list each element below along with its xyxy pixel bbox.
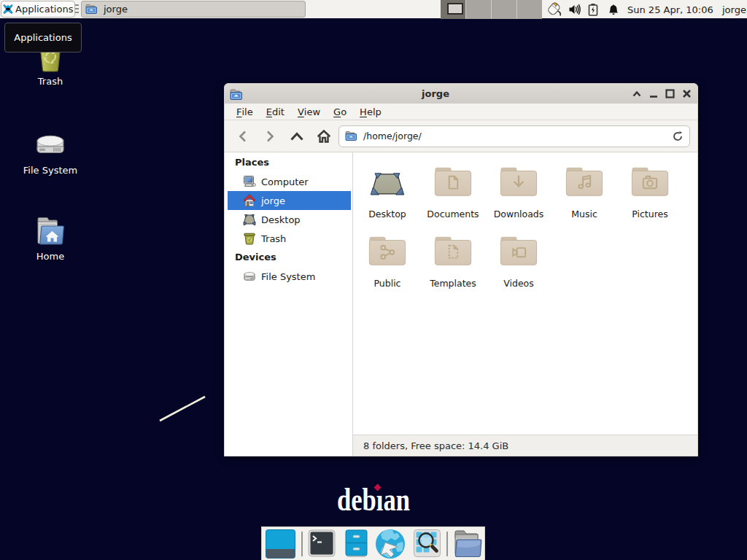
file-list-area[interactable]: Desktop Documents Downloads (353, 152, 697, 435)
home-button[interactable] (310, 123, 337, 149)
top-panel: Applications jorge (0, 0, 747, 19)
file-item-templates[interactable]: Templates (420, 232, 486, 289)
mouse-icon[interactable] (546, 0, 563, 19)
window-menubar: File Edit View Go Help (225, 104, 697, 120)
sidebar-item-label: Desktop (261, 214, 301, 225)
workspace-4[interactable] (516, 0, 542, 19)
file-item-label: Downloads (494, 209, 544, 219)
file-manager-icon[interactable] (452, 529, 482, 559)
sidebar-item-jorge[interactable]: jorge (228, 191, 351, 210)
shade-button[interactable] (628, 87, 645, 101)
workspace-3[interactable] (491, 0, 516, 19)
window-statusbar: 8 folders, Free space: 14.4 GiB (353, 435, 697, 456)
statusbar-text: 8 folders, Free space: 14.4 GiB (363, 440, 508, 451)
menu-file[interactable]: File (230, 104, 260, 120)
window-titlebar[interactable]: jorge (225, 84, 697, 104)
dock-separator (301, 532, 303, 556)
window-folder-icon (229, 88, 243, 100)
sidebar-item-desktop[interactable]: Desktop (225, 210, 352, 229)
back-button[interactable] (229, 123, 256, 149)
panel-username[interactable]: jorge (722, 0, 746, 19)
minimize-button[interactable] (645, 87, 662, 101)
sidebar-item-computer[interactable]: Computer (225, 172, 352, 191)
workspace-window-thumbnail (447, 3, 463, 15)
workspace-switcher[interactable] (441, 0, 542, 19)
applications-tooltip: Applications (4, 23, 82, 52)
maximize-button[interactable] (662, 87, 678, 101)
sidebar-header-places: Places (225, 157, 352, 172)
sidebar-item-label: File System (261, 271, 315, 282)
menu-go[interactable]: Go (327, 104, 353, 120)
file-item-documents[interactable]: Documents (420, 163, 486, 219)
panel-handle[interactable] (75, 4, 79, 14)
task-button-label: jorge (104, 4, 128, 15)
file-item-pictures[interactable]: Pictures (617, 163, 683, 219)
applications-menu-label: Applications (15, 4, 73, 15)
window-toolbar: /home/jorge/ (225, 120, 697, 152)
menu-view[interactable]: View (291, 104, 327, 120)
sidebar-item-trash[interactable]: Trash (225, 229, 352, 248)
workspace-2[interactable] (465, 0, 491, 19)
sidebar-item-label: jorge (261, 195, 285, 206)
user-home-icon (242, 193, 257, 208)
debian-logo: debıan (337, 484, 430, 516)
notification-bell-icon[interactable] (608, 0, 619, 19)
xfce-logo-icon (3, 4, 13, 15)
file-item-public[interactable]: Public (355, 232, 420, 289)
bottom-dock-panel (261, 526, 485, 560)
desktop-icon (365, 163, 410, 200)
close-button[interactable] (678, 87, 695, 101)
file-cabinet-icon[interactable] (345, 529, 368, 559)
reload-icon[interactable] (672, 131, 684, 142)
applications-menu-button[interactable]: Applications (1, 1, 75, 18)
file-manager-window: jorge File Edit View Go Help (224, 83, 698, 456)
forward-button[interactable] (256, 123, 283, 149)
up-button[interactable] (283, 123, 310, 149)
trash-icon (242, 231, 257, 246)
workspace-1[interactable] (441, 0, 465, 19)
file-item-desktop[interactable]: Desktop (355, 163, 420, 219)
sidebar-item-file-system[interactable]: File System (225, 267, 352, 286)
file-item-videos[interactable]: Videos (486, 232, 551, 289)
sidebar-header-devices: Devices (225, 248, 352, 267)
folder-templates-icon (433, 232, 473, 269)
right-pane: Desktop Documents Downloads (353, 152, 697, 456)
task-folder-icon (85, 4, 98, 15)
sidebar-item-label: Trash (261, 233, 286, 244)
file-item-label: Pictures (632, 209, 668, 219)
menu-help[interactable]: Help (353, 104, 388, 120)
taskbar-window-button[interactable]: jorge (81, 1, 306, 18)
app-finder-icon[interactable] (414, 529, 441, 557)
file-item-label: Documents (427, 209, 479, 219)
sidebar-item-label: Computer (261, 176, 309, 187)
volume-icon[interactable] (568, 0, 581, 19)
desktop-icon-label: Trash (38, 76, 63, 87)
web-browser-icon[interactable] (375, 529, 406, 559)
location-bar[interactable]: /home/jorge/ (338, 125, 690, 147)
file-item-label: Templates (430, 278, 476, 289)
file-item-music[interactable]: Music (551, 163, 617, 219)
file-item-label: Desktop (368, 209, 406, 219)
file-item-downloads[interactable]: Downloads (486, 163, 551, 219)
terminal-icon[interactable] (308, 529, 336, 559)
desktop-scratch-line (153, 390, 215, 430)
desktop-icon-home[interactable]: Home (15, 214, 85, 262)
desktop-icon (242, 212, 257, 227)
desktop-icon-file-system[interactable]: File System (15, 128, 85, 176)
window-title: jorge (243, 88, 628, 99)
folder-documents-icon (433, 163, 473, 200)
menu-edit[interactable]: Edit (260, 104, 291, 120)
desktop-icon-label: File System (23, 165, 77, 176)
folder-public-icon (367, 232, 408, 269)
folder-downloads-icon (498, 163, 539, 200)
show-desktop-icon[interactable] (266, 529, 295, 559)
window-main-area: Places Computer (225, 152, 697, 456)
pathbar-folder-icon (345, 131, 357, 141)
location-path-text[interactable]: /home/jorge/ (363, 131, 666, 141)
dock-separator (446, 532, 448, 556)
panel-clock[interactable]: Sun 25 Apr, 10:06 (627, 0, 713, 19)
file-item-label: Music (571, 209, 597, 219)
file-item-label: Videos (503, 278, 534, 289)
battery-icon[interactable] (588, 0, 598, 19)
home-folder-icon (33, 214, 68, 249)
